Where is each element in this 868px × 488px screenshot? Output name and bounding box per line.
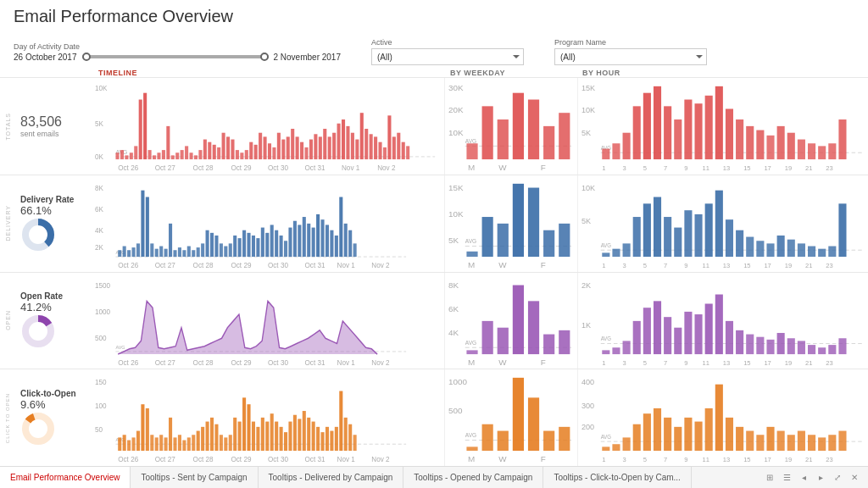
tab-clicktoopen-by-campaign[interactable]: Tooltips - Click-to-Open by Cam... — [543, 467, 692, 488]
svg-text:19: 19 — [785, 164, 792, 171]
svg-text:0K: 0K — [95, 152, 103, 162]
svg-rect-110 — [736, 119, 743, 159]
bottom-tabs: Email Performance Overview Tooltips - Se… — [0, 466, 868, 488]
svg-rect-428 — [757, 435, 765, 452]
svg-rect-15 — [162, 150, 165, 159]
svg-rect-20 — [185, 146, 188, 159]
svg-text:Oct 28: Oct 28 — [193, 454, 214, 463]
grid-view-icon[interactable]: ⊞ — [763, 471, 776, 485]
svg-rect-356 — [220, 435, 223, 452]
cto-metric: Click-to-Open 9.6% — [15, 369, 92, 466]
svg-rect-181 — [303, 217, 306, 257]
slider-track[interactable] — [82, 55, 269, 58]
svg-rect-168 — [242, 230, 246, 256]
svg-rect-336 — [127, 441, 131, 452]
totals-side-label-container: TOTALS — [0, 78, 15, 175]
svg-text:1: 1 — [603, 358, 606, 366]
svg-text:7: 7 — [664, 456, 667, 463]
svg-text:13: 13 — [723, 358, 730, 366]
svg-text:W: W — [498, 163, 507, 172]
svg-rect-86 — [528, 100, 539, 160]
svg-text:500: 500 — [95, 333, 107, 342]
svg-rect-191 — [348, 230, 352, 256]
svg-text:Oct 31: Oct 31 — [304, 454, 325, 463]
svg-rect-116 — [798, 140, 805, 160]
svg-rect-24 — [203, 140, 207, 160]
program-select[interactable]: (All) — [554, 48, 707, 65]
svg-rect-434 — [818, 438, 826, 452]
delivery-side-label-container: DELIVERY — [0, 175, 15, 272]
svg-rect-399 — [481, 424, 492, 451]
cto-row: CLICK TO OPEN Click-to-Open 9.6% 150 100… — [0, 369, 868, 466]
svg-rect-301 — [705, 303, 713, 354]
svg-rect-103 — [664, 106, 671, 159]
svg-text:5: 5 — [643, 164, 647, 171]
svg-rect-347 — [178, 435, 181, 452]
svg-rect-302 — [715, 294, 723, 354]
svg-rect-338 — [136, 431, 140, 452]
svg-rect-307 — [767, 339, 775, 353]
svg-text:9: 9 — [685, 456, 688, 463]
date-filter: Day of Activity Date 26 October 2017 2 N… — [14, 42, 341, 62]
timeline-header: TIMELINE — [92, 69, 443, 77]
svg-rect-178 — [288, 227, 292, 256]
svg-rect-143 — [127, 250, 131, 257]
delivery-metric: Delivery Rate 66.1% — [15, 175, 92, 272]
tab-delivered-by-campaign[interactable]: Tooltips - Delivered by Campaign — [259, 467, 404, 488]
close-icon[interactable]: ✕ — [848, 471, 861, 485]
svg-rect-292 — [613, 347, 620, 354]
dashboard: TOTALS 83,506 sent emails 10K 5K 0K AVG — [0, 77, 868, 466]
svg-rect-294 — [633, 320, 641, 353]
svg-text:100: 100 — [95, 402, 107, 411]
svg-text:Oct 26: Oct 26 — [118, 358, 138, 367]
svg-rect-21 — [189, 152, 192, 159]
svg-rect-364 — [256, 427, 259, 451]
svg-rect-47 — [309, 140, 313, 160]
next-icon[interactable]: ▸ — [814, 471, 827, 485]
cto-rate-label: Click-to-Open — [20, 389, 86, 398]
svg-text:8K: 8K — [448, 280, 459, 289]
date-slider[interactable]: 26 October 2017 2 November 2017 — [14, 53, 341, 62]
delivery-timeline: 8K 6K 4K 2K AVG — [92, 175, 445, 272]
active-select[interactable]: (All) — [371, 48, 524, 65]
tab-opened-by-campaign[interactable]: Tooltips - Opened by Campaign — [403, 467, 543, 488]
svg-text:M: M — [468, 454, 475, 463]
svg-text:Oct 27: Oct 27 — [155, 163, 175, 172]
svg-rect-58 — [360, 113, 364, 159]
expand-icon[interactable]: ⤢ — [831, 471, 844, 485]
svg-rect-343 — [159, 435, 163, 452]
svg-rect-376 — [312, 422, 315, 451]
svg-text:Nov 1: Nov 1 — [337, 358, 355, 367]
svg-rect-436 — [839, 431, 847, 452]
svg-rect-423 — [705, 408, 713, 451]
svg-rect-212 — [559, 224, 570, 257]
svg-rect-112 — [757, 130, 765, 159]
svg-text:Nov 1: Nov 1 — [337, 454, 355, 463]
svg-rect-38 — [268, 143, 271, 159]
slider-handle-right[interactable] — [260, 53, 269, 61]
svg-rect-63 — [383, 147, 387, 159]
svg-rect-175 — [275, 230, 278, 256]
svg-rect-6 — [120, 150, 124, 159]
tab-sent-by-campaign[interactable]: Tooltips - Sent by Campaign — [131, 467, 258, 488]
svg-text:3: 3 — [623, 358, 626, 366]
svg-text:AVG: AVG — [601, 336, 612, 341]
svg-rect-34 — [249, 142, 253, 159]
slider-handle-left[interactable] — [82, 53, 91, 61]
svg-rect-41 — [281, 140, 285, 160]
svg-text:21: 21 — [805, 261, 812, 269]
svg-rect-36 — [259, 133, 262, 159]
svg-rect-60 — [370, 134, 373, 159]
svg-rect-49 — [319, 136, 322, 159]
list-view-icon[interactable]: ☰ — [780, 471, 793, 485]
cto-charts: 150 100 50 AVG — [92, 369, 868, 466]
svg-text:7: 7 — [664, 358, 667, 366]
prev-icon[interactable]: ◂ — [797, 471, 810, 485]
svg-text:F: F — [541, 454, 546, 463]
svg-rect-117 — [808, 143, 815, 159]
select-arrow-icon — [513, 55, 520, 58]
svg-rect-84 — [498, 119, 509, 159]
cto-timeline: 150 100 50 AVG — [92, 369, 445, 466]
svg-rect-160 — [206, 230, 209, 256]
tab-email-performance[interactable]: Email Performance Overview — [0, 467, 131, 488]
